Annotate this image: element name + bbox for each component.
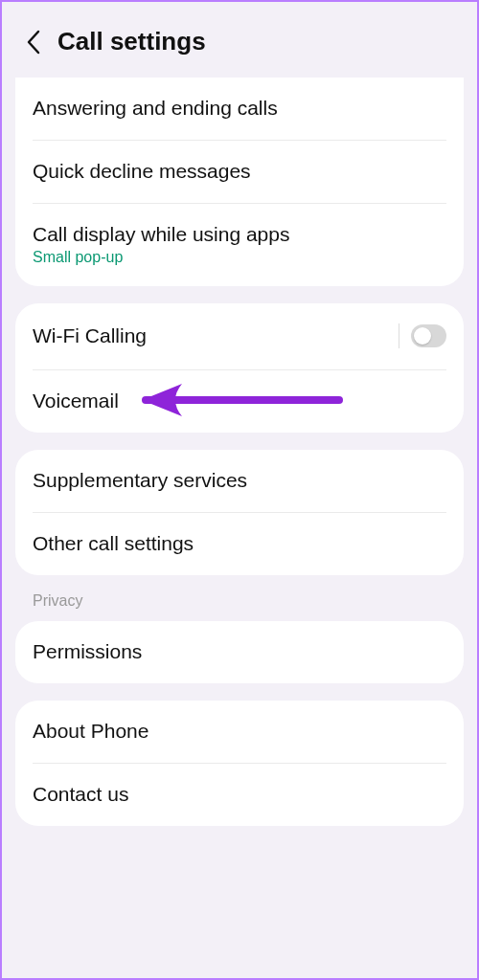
row-label: Quick decline messages xyxy=(33,160,446,183)
page-title: Call settings xyxy=(57,27,206,56)
row-supplementary[interactable]: Supplementary services xyxy=(15,450,464,512)
row-other-call-settings[interactable]: Other call settings xyxy=(15,513,464,575)
card-about: About Phone Contact us xyxy=(15,701,464,826)
toggle-track xyxy=(411,324,446,347)
row-sublabel: Small pop-up xyxy=(33,249,446,266)
row-about-phone[interactable]: About Phone xyxy=(15,701,464,763)
row-label: Voicemail xyxy=(33,390,446,412)
card-services: Supplementary services Other call settin… xyxy=(15,450,464,575)
row-label: Contact us xyxy=(33,783,446,806)
row-label: Other call settings xyxy=(33,532,446,555)
row-label: About Phone xyxy=(33,720,446,743)
wifi-calling-toggle[interactable] xyxy=(399,323,446,349)
row-voicemail[interactable]: Voicemail xyxy=(15,370,464,433)
row-label: Wi-Fi Calling xyxy=(33,324,147,347)
row-label: Permissions xyxy=(33,640,446,663)
row-call-display[interactable]: Call display while using apps Small pop-… xyxy=(15,204,464,286)
row-quick-decline[interactable]: Quick decline messages xyxy=(15,141,464,203)
row-wifi-calling[interactable]: Wi-Fi Calling xyxy=(15,303,464,369)
card-privacy: Permissions xyxy=(15,621,464,683)
row-permissions[interactable]: Permissions xyxy=(15,621,464,683)
row-label: Answering and ending calls xyxy=(33,97,446,120)
card-calls: Answering and ending calls Quick decline… xyxy=(15,78,464,286)
row-label: Call display while using apps xyxy=(33,223,446,246)
page-header: Call settings xyxy=(2,2,477,78)
row-contact-us[interactable]: Contact us xyxy=(15,764,464,826)
toggle-knob xyxy=(414,327,431,345)
back-icon[interactable] xyxy=(19,28,48,56)
card-wifi-voicemail: Wi-Fi Calling Voicemail xyxy=(15,303,464,433)
row-label: Supplementary services xyxy=(33,469,446,492)
toggle-divider xyxy=(399,323,399,348)
row-answering-ending[interactable]: Answering and ending calls xyxy=(15,78,464,140)
section-label-privacy: Privacy xyxy=(2,592,477,621)
